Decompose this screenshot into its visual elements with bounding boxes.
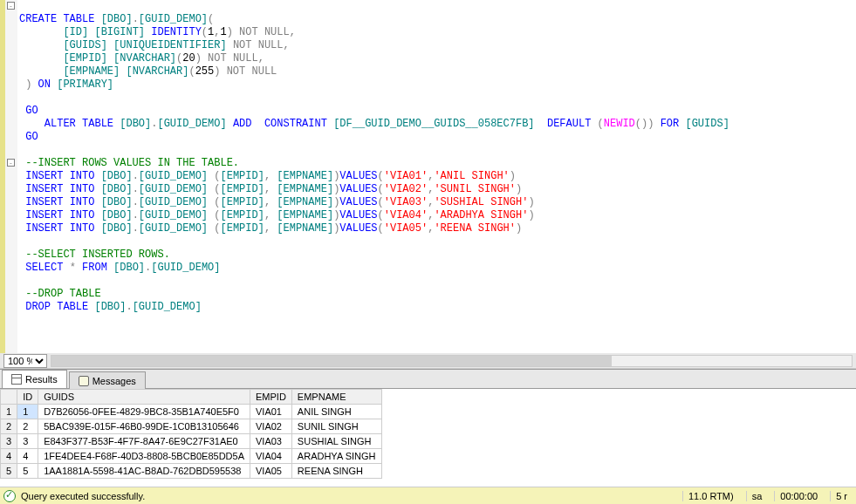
fold-minus-icon[interactable]: - — [7, 2, 15, 10]
cell-id[interactable]: 4 — [17, 449, 38, 464]
cell-empname[interactable]: ARADHYA SINGH — [291, 449, 381, 464]
status-user: sa — [746, 491, 768, 501]
table-row[interactable]: 441FE4DEE4-F68F-40D3-8808-5BCB0E85DD5AVI… — [1, 449, 382, 464]
row-header[interactable]: 3 — [1, 434, 17, 449]
cell-empname[interactable]: SUSHIAL SINGH — [291, 434, 381, 449]
cell-guid[interactable]: D7B26056-0FEE-4829-9BC8-35B1A740E5F0 — [38, 405, 250, 419]
row-header[interactable]: 5 — [1, 464, 17, 479]
cell-empid[interactable]: VIA04 — [250, 449, 292, 464]
tab-results[interactable]: Results — [2, 370, 67, 388]
scrollbar-thumb[interactable] — [51, 356, 612, 366]
tab-label: Messages — [92, 376, 136, 386]
cell-guid[interactable]: 1AA1881A-5598-41AC-B8AD-762DBD595538 — [38, 464, 250, 479]
results-tab-strip: Results Messages — [0, 370, 856, 389]
fold-gutter: - - — [5, 0, 17, 353]
messages-icon — [79, 376, 89, 386]
status-bar: Query executed successfully. 11.0 RTM) s… — [0, 487, 856, 504]
column-header[interactable]: EMPNAME — [291, 390, 381, 405]
row-header[interactable]: 2 — [1, 419, 17, 434]
results-grid[interactable]: ID GUIDS EMPID EMPNAME 11D7B26056-0FEE-4… — [0, 389, 382, 479]
fold-minus-icon[interactable]: - — [7, 159, 15, 167]
grid-corner — [1, 390, 17, 405]
status-right: 11.0 RTM) sa 00:00:00 5 r — [682, 491, 853, 501]
cell-id[interactable]: 5 — [17, 464, 38, 479]
tab-label: Results — [25, 374, 58, 385]
table-row[interactable]: 33E843F377-B53F-4F7F-8A47-6E9C27F31AE0VI… — [1, 434, 382, 449]
cell-empid[interactable]: VIA05 — [250, 464, 292, 479]
results-pane: Results Messages ID GUIDS EMPID EMPNAME … — [0, 369, 856, 487]
row-header[interactable]: 4 — [1, 449, 17, 464]
sql-editor[interactable]: - - CREATE TABLE [DBO].[GUID_DEMO]( [ID]… — [0, 0, 856, 353]
cell-guid[interactable]: 5BAC939E-015F-46B0-99DE-1C0B13105646 — [38, 419, 250, 434]
tab-messages[interactable]: Messages — [69, 371, 146, 389]
grid-header-row: ID GUIDS EMPID EMPNAME — [1, 390, 382, 405]
success-icon — [3, 490, 16, 502]
grid-icon — [11, 374, 22, 385]
status-server-version: 11.0 RTM) — [682, 491, 739, 501]
zoom-select[interactable]: 100 % — [3, 354, 47, 368]
cell-id[interactable]: 3 — [17, 434, 38, 449]
column-header[interactable]: ID — [17, 390, 38, 405]
cell-empid[interactable]: VIA03 — [250, 434, 292, 449]
table-row[interactable]: 551AA1881A-5598-41AC-B8AD-762DBD595538VI… — [1, 464, 382, 479]
table-row[interactable]: 11D7B26056-0FEE-4829-9BC8-35B1A740E5F0VI… — [1, 405, 382, 419]
row-header[interactable]: 1 — [1, 405, 17, 419]
zoom-bar: 100 % — [0, 353, 856, 369]
table-row[interactable]: 225BAC939E-015F-46B0-99DE-1C0B13105646VI… — [1, 419, 382, 434]
cell-guid[interactable]: E843F377-B53F-4F7F-8A47-6E9C27F31AE0 — [38, 434, 250, 449]
status-message: Query executed successfully. — [21, 491, 145, 501]
results-grid-container[interactable]: ID GUIDS EMPID EMPNAME 11D7B26056-0FEE-4… — [0, 389, 856, 487]
cell-empname[interactable]: ANIL SINGH — [291, 405, 381, 419]
cell-empname[interactable]: REENA SINGH — [291, 464, 381, 479]
column-header[interactable]: GUIDS — [38, 390, 250, 405]
horizontal-scrollbar[interactable] — [51, 355, 853, 367]
status-elapsed: 00:00:00 — [774, 491, 823, 501]
cell-id[interactable]: 1 — [17, 405, 38, 419]
column-header[interactable]: EMPID — [250, 390, 292, 405]
status-rowcount: 5 r — [830, 491, 853, 501]
code-content: CREATE TABLE [DBO].[GUID_DEMO]( [ID] [BI… — [19, 0, 729, 327]
cell-empname[interactable]: SUNIL SINGH — [291, 419, 381, 434]
cell-empid[interactable]: VIA01 — [250, 405, 292, 419]
cell-guid[interactable]: 1FE4DEE4-F68F-40D3-8808-5BCB0E85DD5A — [38, 449, 250, 464]
cell-id[interactable]: 2 — [17, 419, 38, 434]
cell-empid[interactable]: VIA02 — [250, 419, 292, 434]
